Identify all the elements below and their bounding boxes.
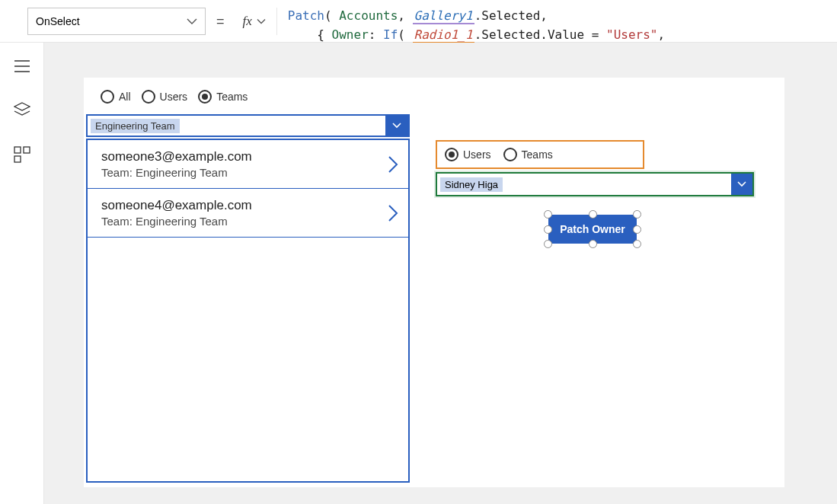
gallery-row-title: someone3@example.com [101, 149, 378, 164]
resize-handle[interactable] [589, 240, 597, 248]
property-dropdown[interactable]: OnSelect [27, 8, 206, 35]
resize-handle[interactable] [544, 240, 552, 248]
resize-handle[interactable] [633, 210, 641, 219]
svg-rect-0 [14, 147, 21, 153]
gallery[interactable]: someone3@example.com Team: Engineering T… [86, 139, 410, 483]
layers-icon[interactable] [14, 102, 30, 120]
radio-users[interactable]: Users [142, 90, 188, 104]
hamburger-icon[interactable] [14, 59, 30, 76]
components-icon[interactable] [14, 146, 30, 166]
app-stage: All Users Teams Engineering Team someone… [84, 78, 784, 487]
gallery-row[interactable]: someone4@example.com Team: Engineering T… [88, 189, 408, 238]
gallery-row-title: someone4@example.com [101, 198, 378, 213]
radio-teams[interactable]: Teams [503, 148, 553, 161]
right-radio-group[interactable]: Users Teams [436, 140, 644, 169]
chevron-down-icon [187, 18, 197, 25]
resize-handle[interactable] [544, 210, 552, 219]
equals-sign: = [216, 14, 225, 30]
radio-teams[interactable]: Teams [198, 90, 248, 104]
fx-icon: fx [243, 14, 252, 29]
chevron-right-icon[interactable] [387, 154, 399, 175]
left-combobox[interactable]: Engineering Team [86, 114, 410, 137]
radio-icon [142, 90, 155, 104]
combobox-token: Engineering Team [91, 119, 180, 133]
chevron-down-icon[interactable] [731, 174, 752, 195]
svg-rect-2 [14, 156, 21, 162]
selected-control[interactable]: Patch Owner [548, 215, 637, 244]
fx-indicator[interactable]: fx [235, 8, 277, 35]
combobox-token: Sidney Higa [440, 177, 503, 192]
radio-icon [445, 148, 458, 161]
svg-rect-1 [24, 147, 30, 153]
radio-icon [101, 90, 114, 104]
resize-handle[interactable] [633, 240, 641, 248]
property-dropdown-value: OnSelect [36, 15, 80, 27]
radio-users[interactable]: Users [445, 148, 491, 161]
right-combobox[interactable]: Sidney Higa [436, 172, 754, 196]
resize-handle[interactable] [589, 210, 597, 219]
chevron-right-icon[interactable] [387, 203, 399, 224]
radio-all[interactable]: All [101, 90, 131, 104]
resize-handle[interactable] [544, 225, 552, 234]
canvas: All Users Teams Engineering Team someone… [44, 43, 837, 504]
chevron-down-icon [257, 18, 266, 25]
chevron-down-icon[interactable] [385, 116, 408, 136]
gallery-row-subtitle: Team: Engineering Team [101, 215, 378, 228]
radio-icon [503, 148, 517, 161]
gallery-row-subtitle: Team: Engineering Team [101, 166, 378, 179]
radio-icon [198, 90, 212, 104]
left-radio-group[interactable]: All Users Teams [97, 90, 251, 104]
gallery-row[interactable]: someone3@example.com Team: Engineering T… [88, 140, 408, 189]
left-rail [0, 43, 44, 504]
resize-handle[interactable] [633, 225, 641, 234]
